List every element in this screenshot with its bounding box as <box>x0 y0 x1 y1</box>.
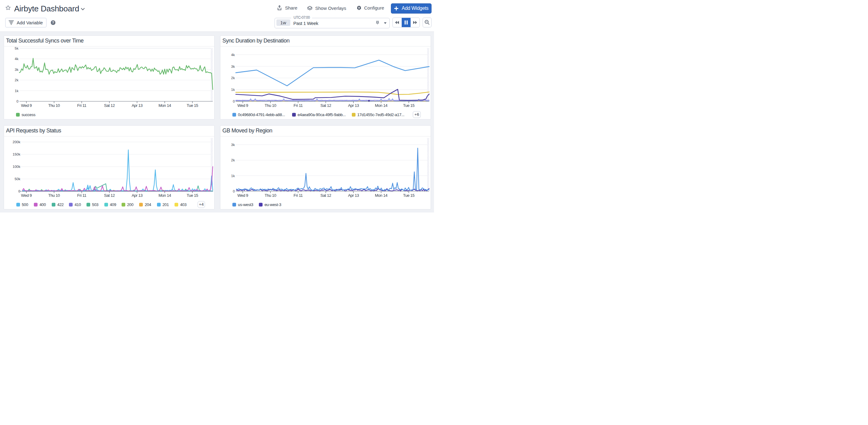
svg-text:Fri 11: Fri 11 <box>293 103 303 108</box>
svg-text:Mon 14: Mon 14 <box>375 103 388 108</box>
svg-text:Fri 11: Fri 11 <box>293 193 303 198</box>
svg-text:Apr 13: Apr 13 <box>132 193 143 198</box>
svg-text:Mon 14: Mon 14 <box>158 103 171 108</box>
svg-text:1k: 1k <box>15 89 19 93</box>
svg-text:Fri 11: Fri 11 <box>77 103 87 108</box>
svg-text:1k: 1k <box>231 88 235 91</box>
svg-text:Thu 10: Thu 10 <box>265 103 276 108</box>
svg-text:3k: 3k <box>15 68 19 71</box>
svg-text:1k: 1k <box>231 174 235 178</box>
svg-text:Tue 15: Tue 15 <box>403 193 414 198</box>
svg-text:2k: 2k <box>231 76 235 80</box>
svg-text:2k: 2k <box>15 78 19 82</box>
svg-text:0: 0 <box>17 99 19 103</box>
svg-text:Wed 9: Wed 9 <box>237 193 248 198</box>
svg-text:Apr 13: Apr 13 <box>348 103 359 108</box>
svg-text:Sat 12: Sat 12 <box>104 193 115 198</box>
svg-text:Wed 9: Wed 9 <box>237 103 248 108</box>
svg-text:Apr 13: Apr 13 <box>348 193 359 198</box>
svg-text:Thu 10: Thu 10 <box>265 193 276 198</box>
svg-text:Wed 9: Wed 9 <box>21 103 32 108</box>
svg-text:100k: 100k <box>12 165 20 169</box>
svg-text:Thu 10: Thu 10 <box>48 103 60 108</box>
svg-text:0: 0 <box>233 99 235 103</box>
svg-text:Sat 12: Sat 12 <box>104 103 115 108</box>
svg-text:Wed 9: Wed 9 <box>21 193 32 198</box>
svg-text:3k: 3k <box>231 143 235 147</box>
svg-text:0: 0 <box>19 189 20 193</box>
svg-text:Sat 12: Sat 12 <box>320 103 331 108</box>
svg-text:Sat 12: Sat 12 <box>320 193 331 198</box>
svg-text:200k: 200k <box>12 140 20 144</box>
svg-text:2k: 2k <box>231 158 235 162</box>
svg-text:Apr 13: Apr 13 <box>132 103 143 108</box>
svg-text:5k: 5k <box>15 47 19 50</box>
svg-text:Mon 14: Mon 14 <box>375 193 388 198</box>
svg-text:Tue 15: Tue 15 <box>187 103 198 108</box>
svg-text:4k: 4k <box>15 57 19 61</box>
svg-text:Tue 15: Tue 15 <box>187 193 198 198</box>
svg-text:0: 0 <box>233 189 235 193</box>
svg-text:4k: 4k <box>231 53 235 57</box>
svg-text:3k: 3k <box>231 65 235 68</box>
svg-text:150k: 150k <box>12 152 20 156</box>
svg-text:Thu 10: Thu 10 <box>48 193 60 198</box>
svg-text:Tue 15: Tue 15 <box>403 103 414 108</box>
svg-text:Mon 14: Mon 14 <box>158 193 171 198</box>
svg-text:Fri 11: Fri 11 <box>77 193 87 198</box>
svg-text:50k: 50k <box>14 177 20 181</box>
